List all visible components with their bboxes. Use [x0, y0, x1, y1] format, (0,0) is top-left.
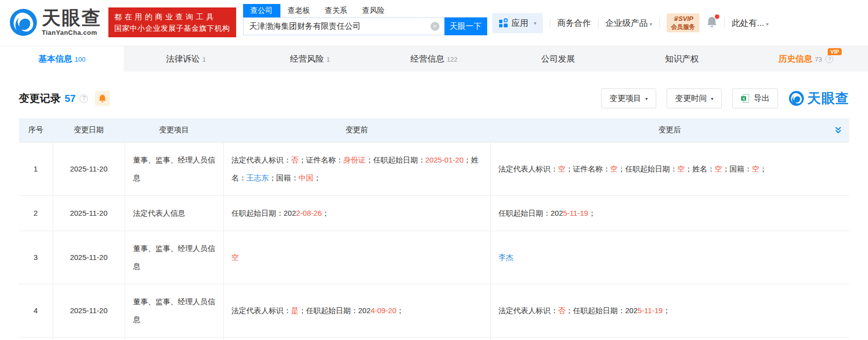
change-table-body: 12025-11-20董事、监事、经理人员信息法定代表人标识：否；证件名称：身份…: [19, 142, 849, 340]
diff-highlight: 4-09-20: [371, 306, 397, 315]
filter-label: 变更项目: [609, 93, 641, 104]
search-area: 查公司查老板查关系查风险 × 天眼一下: [243, 0, 487, 35]
filter-change-time-button[interactable]: 变更时间▾: [667, 88, 722, 108]
before-content: 空: [223, 231, 490, 284]
export-button[interactable]: X 导出: [732, 88, 778, 108]
change-date: 2025-11-20: [53, 284, 125, 337]
watermark-text: 天眼查: [807, 89, 849, 107]
search-tab[interactable]: 查公司: [243, 4, 280, 17]
page-tab[interactable]: 公司发展: [496, 46, 620, 72]
diff-highlight: 空: [610, 165, 618, 173]
help-icon[interactable]: ?: [80, 94, 88, 103]
apps-label: 应用: [512, 17, 528, 29]
page-tab[interactable]: 经营信息122: [372, 46, 496, 72]
diff-highlight: 否: [558, 306, 566, 315]
logo-text-cn: 天眼查: [42, 8, 101, 27]
change-item: 董事、监事、经理人员信息: [125, 284, 223, 337]
table-row: 22025-11-20法定代表人信息任职起始日期：2022-08-26；任职起始…: [19, 195, 849, 231]
apps-menu-button[interactable]: 应用 ▾: [492, 13, 543, 33]
business-coop-link[interactable]: 商务合作: [557, 17, 591, 29]
change-date: 2025-11-20: [53, 195, 125, 231]
section-header: 变更记录 57 ? 变更项目▾ 变更时间▾ X 导出: [19, 88, 849, 108]
change-item: 董事、监事、经理人员信息: [125, 231, 223, 284]
search-tab[interactable]: 查老板: [280, 4, 318, 17]
plain-text: 法定代表人标识：: [232, 156, 291, 164]
plain-text: 法定代表人标识：: [499, 306, 558, 315]
tianyancha-watermark: 天眼查: [788, 89, 849, 107]
caret-down-icon: ▾: [650, 21, 652, 27]
diff-highlight: 2025-01-20: [426, 156, 464, 164]
search-tab[interactable]: 查风险: [355, 4, 392, 17]
enterprise-product-link[interactable]: 企业级产品▾: [606, 17, 652, 29]
change-date: 2025-11-20: [53, 142, 125, 195]
clear-icon[interactable]: ×: [431, 22, 439, 31]
before-content: 100000.0: [223, 337, 490, 340]
page-tab-count: 1: [326, 56, 330, 63]
change-record-table: 序号 变更日期 变更项目 变更前 变更后 12025-11-20董事、监事、经理…: [19, 118, 849, 340]
page-tab[interactable]: 知识产权: [620, 46, 744, 72]
filter-label: 变更时间: [675, 93, 707, 104]
filter-change-item-button[interactable]: 变更项目▾: [601, 88, 656, 108]
before-content: 任职起始日期：2022-08-26；: [223, 195, 490, 231]
caret-down-icon: ▾: [766, 21, 769, 27]
after-content: 任职起始日期：2025-11-19；: [490, 195, 849, 231]
change-date: 2025-11-20: [53, 231, 125, 284]
banner-line2: 国家中小企业发展子基金旗下机构: [114, 22, 230, 34]
caret-down-icon: ▾: [534, 20, 536, 26]
row-index: 4: [19, 284, 53, 337]
notification-bell-button[interactable]: [706, 16, 717, 30]
divider: [598, 18, 599, 27]
plain-text: ；任职起始日期：: [618, 165, 678, 173]
plain-text: ；姓名：: [685, 165, 715, 173]
plain-text: ；: [314, 173, 321, 182]
plain-text: ；证件名称：: [299, 156, 344, 164]
subscribe-bell-button[interactable]: [95, 91, 110, 106]
svip-label: SVIP: [679, 15, 694, 22]
help-icon[interactable]: ?: [825, 55, 833, 63]
expand-all-icon[interactable]: [834, 126, 842, 134]
after-content: 法定代表人标识：空；证件名称：空；任职起始日期：空；姓名：空；国籍：空；: [490, 142, 849, 195]
section-title: 变更记录: [19, 91, 61, 105]
table-row: 12025-11-20董事、监事、经理人员信息法定代表人标识：否；证件名称：身份…: [19, 142, 849, 195]
change-date: 2025-11-20: [53, 337, 125, 340]
tianyancha-logo[interactable]: 天眼查 TianYanCha.com: [9, 8, 101, 37]
search-button[interactable]: 天眼一下: [444, 17, 487, 35]
after-content: 李杰: [490, 231, 849, 284]
before-content: 法定代表人标识：是；任职起始日期：2024-09-20；: [223, 284, 490, 337]
page-tab-label: 基本信息: [38, 53, 72, 65]
export-label: 导出: [754, 93, 770, 104]
after-content: 法定代表人标识：否；任职起始日期：2025-11-19；: [490, 284, 849, 337]
svip-member-badge[interactable]: ♛SVIP 会员服务: [667, 13, 699, 32]
plain-text: ；: [588, 209, 596, 217]
page-tab-label: 经营风险: [290, 53, 324, 65]
entity-link[interactable]: 李杰: [499, 253, 514, 261]
search-tab[interactable]: 查关系: [318, 4, 355, 17]
change-item: 法定代表人信息: [125, 195, 223, 231]
diff-highlight: 否: [291, 156, 299, 164]
page-tab[interactable]: 经营风险1: [248, 46, 372, 72]
row-index: 5: [19, 337, 53, 340]
vip-badge: VIP: [828, 48, 842, 55]
diff-highlight: 空: [232, 253, 239, 261]
table-row: 32025-11-20董事、监事、经理人员信息空李杰: [19, 231, 849, 284]
page-tab[interactable]: 基本信息100: [0, 46, 124, 72]
col-header-index: 序号: [19, 118, 53, 142]
section-count: 57: [65, 93, 76, 104]
crown-icon: ♛: [673, 15, 679, 22]
page-tab[interactable]: 历史信息73VIP?: [744, 46, 868, 72]
col-header-after-label: 变更后: [659, 125, 681, 134]
search-tabs: 查公司查老板查关系查风险: [243, 4, 487, 17]
tianyancha-swirl-icon: [788, 90, 804, 106]
svg-text:X: X: [742, 96, 745, 101]
col-header-before: 变更前: [223, 118, 490, 142]
page-tabs: 基本信息100法律诉讼1经营风险1经营信息122公司发展知识产权历史信息73VI…: [0, 46, 868, 72]
page-tab[interactable]: 法律诉讼1: [124, 46, 248, 72]
search-input[interactable]: [244, 22, 431, 31]
divider: [724, 18, 725, 27]
entity-link[interactable]: 王志东: [247, 173, 269, 182]
caret-down-icon: ▾: [645, 96, 648, 101]
logo-text-en: TianYanCha.com: [42, 29, 101, 36]
diff-highlight: 空: [678, 165, 685, 173]
diff-highlight: 中国: [299, 173, 314, 182]
account-menu[interactable]: 此处有...▾: [732, 17, 769, 29]
